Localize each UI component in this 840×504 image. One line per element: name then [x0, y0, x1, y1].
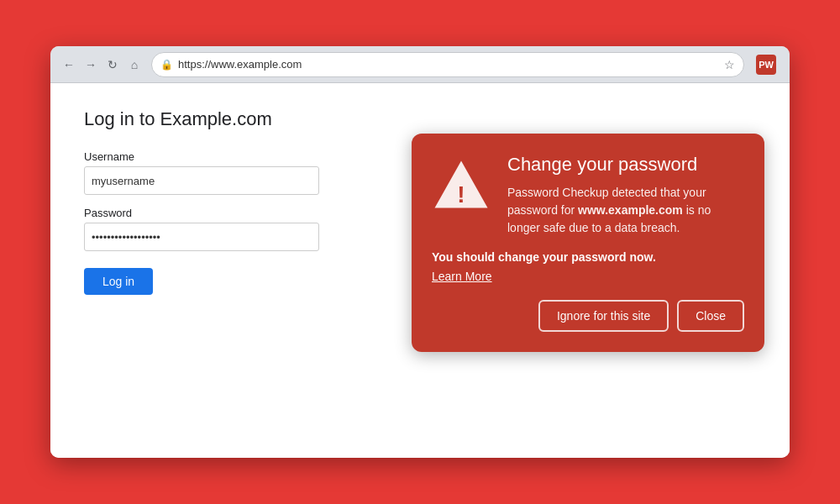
close-button[interactable]: Close — [677, 300, 744, 332]
lock-icon: 🔒 — [160, 59, 173, 71]
back-button[interactable]: ← — [60, 56, 77, 73]
login-button[interactable]: Log in — [84, 268, 153, 295]
warning-triangle-icon: ! — [432, 157, 491, 212]
change-password-text: You should change your password now. — [432, 250, 744, 264]
login-form: Log in to Example.com Username Password … — [84, 108, 319, 295]
login-title: Log in to Example.com — [84, 108, 319, 130]
popup-actions: Ignore for this site Close — [432, 300, 744, 332]
password-input[interactable] — [84, 223, 319, 251]
extension-icon[interactable]: PW — [756, 55, 776, 75]
home-button[interactable]: ⌂ — [126, 56, 143, 73]
popup-title: Change your password — [507, 154, 744, 176]
ignore-button[interactable]: Ignore for this site — [538, 300, 669, 332]
username-label: Username — [84, 150, 319, 163]
star-icon[interactable]: ☆ — [724, 58, 735, 71]
popup-description: Password Checkup detected that your pass… — [507, 184, 744, 237]
warning-popup: ! Change your password Password Checkup … — [412, 134, 764, 352]
forward-button[interactable]: → — [82, 56, 99, 73]
refresh-button[interactable]: ↻ — [104, 56, 121, 73]
password-label: Password — [84, 207, 319, 219]
browser-content: Log in to Example.com Username Password … — [50, 83, 790, 458]
popup-text-area: Change your password Password Checkup de… — [507, 154, 744, 237]
username-input[interactable] — [84, 166, 319, 195]
popup-header: ! Change your password Password Checkup … — [432, 154, 744, 237]
url-text: https://www.example.com — [178, 58, 302, 71]
browser-topbar: ← → ↻ ⌂ 🔒 https://www.example.com ☆ PW — [50, 46, 790, 83]
address-bar[interactable]: 🔒 https://www.example.com ☆ — [151, 52, 744, 77]
svg-text:!: ! — [457, 181, 465, 207]
extensions-area: PW — [753, 55, 780, 75]
nav-buttons: ← → ↻ ⌂ — [60, 56, 143, 73]
browser-window: ← → ↻ ⌂ 🔒 https://www.example.com ☆ PW L… — [50, 46, 790, 458]
learn-more-link[interactable]: Learn More — [432, 270, 492, 283]
site-name: www.example.com — [578, 203, 683, 217]
